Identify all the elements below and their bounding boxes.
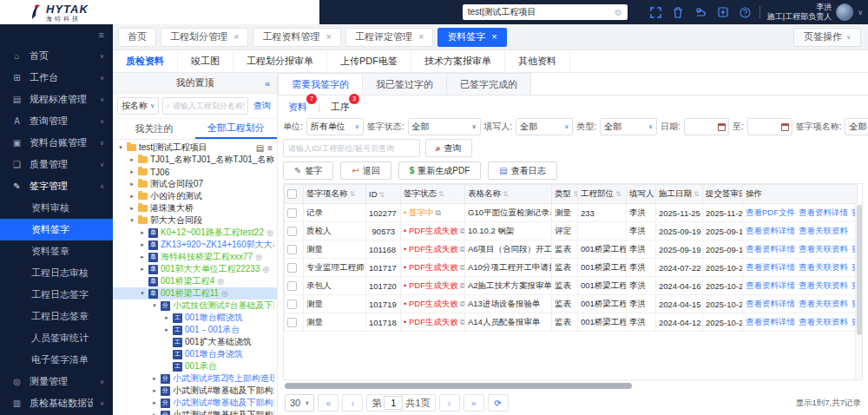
expander-icon[interactable]: ▾	[117, 144, 124, 151]
col-part[interactable]: 工程部位	[578, 185, 627, 204]
type-select[interactable]: 全部∨	[600, 118, 657, 135]
action-link[interactable]: 查看关联资料	[799, 280, 848, 290]
sidebar-item-data-review[interactable]: 资料审核	[0, 197, 113, 219]
tree-search-button[interactable]: 查询	[252, 100, 273, 112]
action-link[interactable]: 查看资料详情	[746, 262, 795, 272]
copy-icon[interactable]: ⧉	[460, 281, 465, 290]
tree-node[interactable]: ▸单海特科技桥梁工程xxx77◎	[113, 251, 277, 263]
menu-view-icon[interactable]: ≡	[267, 143, 273, 153]
subtab-asbuilt-drawing[interactable]: 竣工图	[178, 50, 233, 72]
tab-data-sign[interactable]: 资料签字×	[437, 28, 506, 47]
locate-icon[interactable]: ◎	[255, 253, 262, 261]
sidebar-item-log-sign[interactable]: 工程日志签字	[0, 284, 113, 306]
sidebar-item-log-seal[interactable]: 工程日志签章	[0, 306, 113, 327]
project-switch-icon[interactable]: ⚙	[615, 8, 622, 17]
copy-icon[interactable]: ⧉	[460, 263, 465, 272]
locate-icon[interactable]: ◎	[263, 265, 270, 273]
tab-project-data[interactable]: 工程资料管理×	[253, 28, 340, 47]
tree-node[interactable]: ▸TJ06	[113, 166, 277, 178]
tree-node[interactable]: ▾郭大大合同段	[113, 214, 277, 227]
select-all-checkbox[interactable]	[287, 189, 297, 199]
copy-icon[interactable]: ⧉	[435, 208, 440, 217]
action-link[interactable]: 查看资料详情	[799, 208, 848, 217]
expander-icon[interactable]: ▾	[139, 290, 146, 297]
tree-node[interactable]: ▸工001－001承台	[113, 324, 277, 336]
expander-icon[interactable]: ▸	[139, 241, 146, 248]
sidebar-collapse-icon[interactable]: ≡	[99, 30, 104, 40]
table-search-input[interactable]	[283, 139, 420, 157]
tab-home[interactable]: 首页	[118, 28, 156, 47]
row-checkbox[interactable]	[287, 318, 297, 327]
user-menu[interactable]: 李洪 施工|工程部负责人 ∨	[767, 3, 863, 23]
tree-search-input[interactable]	[173, 102, 245, 110]
subtab-other-data[interactable]: 其他资料	[505, 50, 570, 72]
sidebar-item-basedata[interactable]: ▥ 质检基础数据设置 ∨	[0, 392, 113, 414]
expander-icon[interactable]: ▸	[151, 412, 158, 415]
tree-node[interactable]: ▸分小武测试#墩基础及下部构造	[113, 397, 277, 409]
locate-icon[interactable]: ◎	[221, 289, 228, 298]
unit-select[interactable]: 所有单位∨	[306, 118, 364, 135]
expander-icon[interactable]: ▸	[128, 193, 135, 200]
tab-my-follow[interactable]: 我关注的	[113, 119, 195, 139]
row-checkbox[interactable]	[287, 300, 297, 309]
tab-project-evaluation[interactable]: 工程评定管理×	[345, 28, 433, 47]
subtab-division-report[interactable]: 工程划分报审单	[233, 50, 327, 72]
type-tab-process[interactable]: 工序3	[331, 101, 350, 114]
sidebar-item-home[interactable]: ⌂ 首页 ∨	[0, 45, 113, 67]
expander-icon[interactable]: ▸	[163, 326, 170, 333]
panel-collapse-icon[interactable]: «	[265, 78, 270, 89]
tree-node[interactable]: ▸单K0+12~001路基工程test22◎	[113, 227, 277, 239]
action-link[interactable]: 查看PDF文件	[746, 208, 795, 217]
sidebar-item-sign-stats[interactable]: 人员签审统计	[0, 327, 113, 349]
action-link[interactable]: 查看关联资料	[799, 262, 848, 272]
tree-node[interactable]: 工001扩大基础浇筑	[113, 336, 277, 348]
subtab-tech-plan[interactable]: 技术方案报审单	[411, 50, 505, 72]
action-link[interactable]: 查看资料详情	[746, 226, 795, 235]
sidebar-item-quality[interactable]: ❏ 质量管理 ∨	[0, 154, 113, 175]
subtab-quality-data[interactable]: 质检资料	[113, 50, 178, 72]
tree-node[interactable]: 单001桥梁工程4◎	[113, 275, 277, 287]
expander-icon[interactable]: ▾	[128, 217, 135, 224]
vertical-scrollbar[interactable]	[855, 204, 862, 379]
tree-node[interactable]: ▾test|测试工程项目▤≡	[113, 142, 277, 154]
tab-project-division[interactable]: 工程划分管理×	[161, 28, 248, 47]
copy-icon[interactable]: ⧉	[460, 300, 465, 308]
locate-icon[interactable]: ◎	[266, 228, 273, 237]
expander-icon[interactable]: ▸	[151, 387, 158, 394]
date-to-input[interactable]	[747, 118, 792, 135]
first-page-button[interactable]: «	[318, 394, 339, 412]
tree-node[interactable]: ▸测试合同段07	[113, 178, 277, 190]
tree-node[interactable]: ▾分小武技信测试#台基础及下部构造	[113, 300, 277, 312]
sidebar-item-log-review[interactable]: 工程日志审核	[0, 262, 113, 284]
expander-icon[interactable]: ▸	[139, 266, 146, 273]
col-submit-date[interactable]: 提交签审日期	[703, 185, 743, 204]
close-icon[interactable]: ×	[491, 32, 496, 42]
avatar[interactable]	[836, 3, 853, 21]
close-icon[interactable]: ×	[418, 32, 424, 42]
page-number-input[interactable]	[384, 396, 403, 410]
tree-node[interactable]: ▸分小武测试#墩基础及下部构造	[113, 409, 277, 415]
expander-icon[interactable]: ▸	[128, 205, 135, 212]
row-checkbox[interactable]	[287, 208, 297, 218]
expander-icon[interactable]: ▸	[139, 229, 146, 236]
action-link[interactable]: 查看关联资料	[799, 226, 848, 235]
col-id[interactable]: ID	[366, 185, 401, 204]
page-size-select[interactable]: 30∨	[285, 394, 314, 412]
copy-icon[interactable]: ⧉	[460, 318, 465, 326]
prev-page-button[interactable]: ‹	[342, 394, 363, 412]
scrollbar-thumb[interactable]	[857, 205, 862, 335]
expander-icon[interactable]: ▸	[151, 375, 158, 382]
tree-node[interactable]: ▸TJ01_名称TJ01_名称TJ01_名称TJ01_名称TJ0...	[113, 154, 277, 166]
tree-node[interactable]: ▸单ZK13+920~ZK14+160郭大大单位工程4...	[113, 239, 277, 251]
tab-need-my-sign[interactable]: 需要我签字的	[278, 73, 363, 95]
date-from-input[interactable]	[684, 118, 729, 135]
tab-all-divisions[interactable]: 全部工程划分	[195, 119, 278, 139]
close-icon[interactable]: ×	[326, 32, 331, 42]
sidebar-item-query[interactable]: A 查询管理 ∨	[0, 110, 113, 132]
sidebar-item-measure[interactable]: ◎ 测量管理 ∨	[0, 371, 113, 392]
weather-icon[interactable]	[694, 7, 707, 17]
tree-node[interactable]: ▸分小武测试#第2跨上部构造现场浇筑	[113, 372, 277, 385]
next-page-button[interactable]: ›	[439, 394, 460, 412]
sign-item-select[interactable]: 全部∨	[845, 118, 868, 135]
expander-icon[interactable]: ▸	[151, 399, 158, 406]
